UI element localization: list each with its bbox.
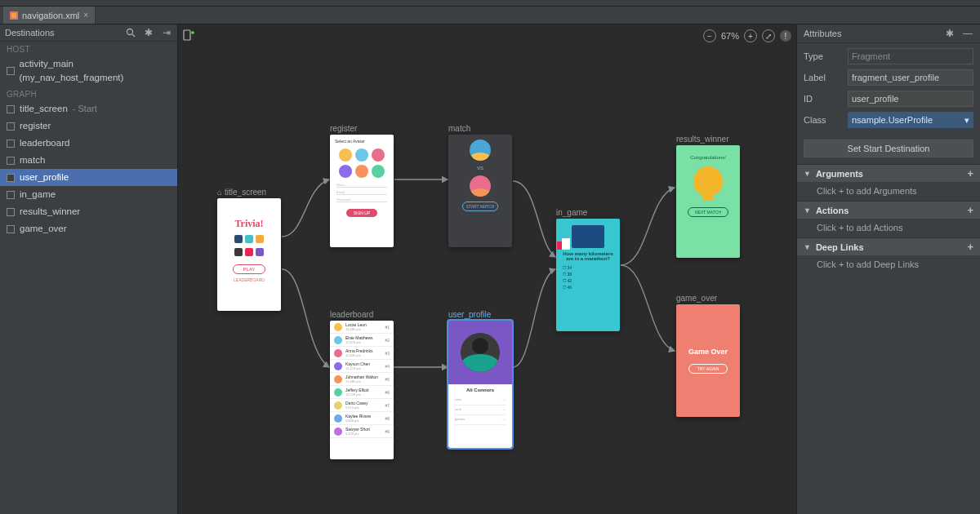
layout-icon (7, 67, 15, 75)
node-label: match (448, 124, 512, 133)
fragment-icon (7, 225, 15, 233)
trivia-title: Trivia! (217, 218, 281, 230)
zoom-out-icon[interactable]: − (703, 29, 716, 42)
destination-register[interactable]: register (0, 117, 177, 135)
register-heading: Select an Avatar (330, 135, 394, 144)
vs-text: VS (448, 166, 512, 171)
svg-rect-4 (184, 30, 190, 40)
add-deeplink-icon[interactable]: + (967, 241, 973, 253)
close-tab-icon[interactable]: × (83, 11, 88, 20)
add-action-icon[interactable]: + (967, 204, 973, 216)
navigation-canvas[interactable]: − 67% + ⤢ ! (178, 24, 796, 514)
leaderboard-row: Anna Fredricks12,640 pts#3 (330, 347, 394, 360)
play-button: PLAY (233, 264, 265, 274)
graph-section-label: GRAPH (0, 86, 177, 100)
fragment-icon (7, 191, 15, 199)
editor-tab-navigation[interactable]: navigation.xml × (3, 7, 96, 24)
attr-class-select[interactable]: nsample.UserProfile▾ (848, 112, 973, 128)
add-argument-icon[interactable]: + (967, 167, 973, 179)
node-label: results_winner (676, 135, 740, 144)
node-label: in_game (556, 208, 620, 217)
node-title-screen[interactable]: ⌂title_screen Trivia! PLAY LEADERBOARD (217, 188, 281, 311)
destinations-panel: Destinations ✱ ⇥ HOST activity_main (my_… (0, 24, 178, 514)
node-label: game_over (676, 294, 740, 303)
congrats-text: Congratulations! (690, 155, 726, 160)
leaderboard-row: Sawyer Short9,420 pts#9 (330, 425, 394, 438)
fragment-icon (7, 140, 15, 148)
destination-label: in_game (20, 188, 56, 202)
fragment-icon (7, 208, 15, 216)
zoom-fit-icon[interactable]: ⤢ (762, 29, 775, 42)
editor-tabbar: navigation.xml × (0, 7, 980, 24)
caret-down-icon: ▼ (804, 206, 811, 215)
destination-in_game[interactable]: in_game (0, 186, 177, 203)
deeplinks-section-header[interactable]: ▼Deep Links+ (797, 238, 980, 255)
destination-label: match (20, 153, 45, 167)
zoom-in-icon[interactable]: + (744, 29, 757, 42)
start-match-button: START MATCH (462, 202, 498, 211)
fragment-icon (7, 105, 15, 113)
svg-line-3 (132, 34, 135, 37)
set-start-destination-button[interactable]: Set Start Destination (804, 140, 973, 157)
leaderboard-row: Kaylee Rivera9,680 pts#8 (330, 412, 394, 425)
destination-label: results_winner (20, 205, 80, 219)
tab-filename: navigation.xml (22, 11, 79, 20)
host-section-label: HOST (0, 42, 177, 55)
host-entry-label: activity_main (my_nav_host_fragment) (20, 57, 171, 85)
destination-game_over[interactable]: game_over (0, 220, 177, 237)
zoom-level: 67% (721, 31, 739, 41)
destination-leaderboard[interactable]: leaderboard (0, 135, 177, 152)
node-label: register (330, 124, 394, 133)
home-icon: ⌂ (217, 188, 222, 197)
destination-match[interactable]: match (0, 152, 177, 169)
host-entry[interactable]: activity_main (my_nav_host_fragment) (0, 55, 177, 86)
node-results-winner[interactable]: results_winner Congratulations! NEXT MAT… (676, 135, 740, 258)
attr-id-input[interactable]: user_profile (848, 91, 973, 107)
add-destination-icon[interactable] (183, 29, 194, 41)
destinations-title: Destinations (5, 28, 55, 38)
destination-label: title_screen (20, 102, 68, 116)
destination-title_screen[interactable]: title_screen - Start (0, 100, 177, 117)
deeplinks-hint: Click + to add Deep Links (797, 255, 980, 274)
destination-label: game_over (20, 222, 67, 236)
search-icon[interactable] (125, 27, 136, 38)
node-label: leaderboard (330, 310, 394, 319)
attr-type-value: Fragment (848, 48, 973, 64)
node-in-game[interactable]: in_game How many kilometers are in a mar… (556, 208, 620, 331)
arguments-hint: Click + to add Arguments (797, 182, 980, 201)
try-again-button: TRY AGAIN (688, 364, 728, 374)
node-user-profile[interactable]: user_profile Ali Connors wins— rank— gam… (448, 310, 512, 448)
fragment-icon (7, 157, 15, 165)
destination-label: leaderboard (20, 136, 69, 150)
answer-option: ☐ 38 (556, 271, 620, 277)
next-match-button: NEXT MATCH (688, 207, 728, 217)
arguments-section-header[interactable]: ▼Arguments+ (797, 165, 980, 182)
leaderboard-row: Kayson Chen12,110 pts#4 (330, 360, 394, 373)
destination-suffix: - Start (73, 102, 97, 116)
svg-point-2 (127, 29, 133, 35)
leaderboard-row: Johnathan Walton11,980 pts#5 (330, 373, 394, 386)
fragment-icon (7, 122, 15, 131)
destination-user_profile[interactable]: user_profile (0, 169, 177, 186)
node-label: ⌂title_screen (217, 188, 281, 197)
nest-graph-icon[interactable]: ⇥ (161, 27, 172, 38)
gear-icon[interactable]: ✱ (143, 27, 154, 38)
node-leaderboard[interactable]: leaderboard Lucas Leon13,480 pts#1Elsie … (330, 310, 394, 459)
xml-file-icon (10, 11, 18, 20)
attr-label-input[interactable]: fragment_user_profile (848, 69, 973, 86)
leaderboard-row: Dario Casey9,915 pts#7 (330, 399, 394, 412)
chevron-down-icon: ▾ (964, 115, 969, 126)
node-match[interactable]: match VS START MATCH (448, 124, 512, 247)
leaderboard-row: Lucas Leon13,480 pts#1 (330, 321, 394, 334)
node-register[interactable]: register Select an Avatar NameEmailPassw… (330, 124, 394, 247)
signup-button: SIGN UP (346, 209, 377, 217)
warning-icon[interactable]: ! (780, 30, 791, 42)
gear-icon[interactable]: ✱ (944, 28, 956, 39)
question-text: How many kilometers are in a marathon? (556, 251, 620, 261)
node-game-over[interactable]: game_over Game Over TRY AGAIN (676, 294, 740, 417)
node-label: user_profile (448, 310, 512, 319)
minimize-icon[interactable]: — (962, 28, 973, 39)
destination-results_winner[interactable]: results_winner (0, 203, 177, 220)
leaderboard-row: Elsie Matthews12,870 pts#2 (330, 334, 394, 347)
actions-section-header[interactable]: ▼Actions+ (797, 202, 980, 219)
